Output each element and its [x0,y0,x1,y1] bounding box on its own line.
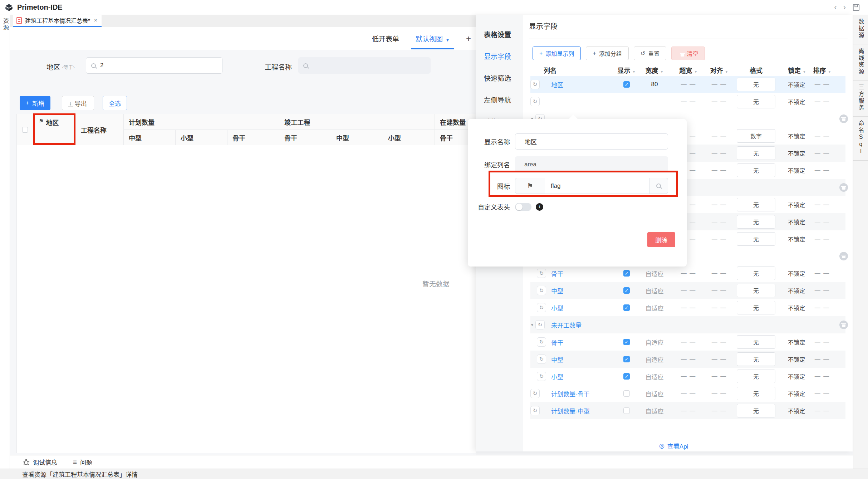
lock-value[interactable]: 不锁定 [779,149,810,157]
chevron-down-icon[interactable]: ▼ [694,70,698,74]
chevron-down-icon[interactable]: ▼ [828,70,832,74]
lock-value[interactable]: 不锁定 [779,406,810,415]
column-header-锁定[interactable]: 锁定▼ [779,65,810,75]
select-all-checkbox[interactable] [22,127,28,133]
lock-value[interactable]: 不锁定 [779,389,810,398]
resources-vertical-tab[interactable]: 资源 [0,18,10,31]
format-input[interactable]: 无 [737,95,775,108]
lock-value[interactable]: 不锁定 [779,286,810,295]
lock-value[interactable]: 不锁定 [779,217,810,226]
delete-button[interactable]: 删除 [647,232,675,247]
refresh-icon[interactable]: ↻ [537,286,546,295]
field-name-link[interactable]: 骨干 [551,339,563,346]
chevron-down-icon[interactable]: ▼ [725,70,729,74]
lock-value[interactable]: 不锁定 [779,97,810,106]
settings-nav-item-左侧导航[interactable]: 左侧导航 [476,95,523,104]
refresh-icon[interactable]: ↻ [530,389,540,398]
field-name-link[interactable]: 小型 [551,305,563,312]
custom-header-toggle[interactable] [515,203,531,211]
datasource-tab[interactable]: 数据源 [857,19,865,39]
chevron-down-icon[interactable]: ▼ [803,70,806,74]
icon-name-input[interactable]: flag [545,178,649,194]
column-header-对齐[interactable]: 对齐▼ [706,65,733,75]
visible-checkbox[interactable]: ✓ [623,373,630,380]
lock-value[interactable]: 不锁定 [779,372,810,381]
format-input[interactable]: 无 [737,232,775,246]
editor-tab[interactable]: 建筑工程基本情况汇总表* × [13,15,102,26]
sub-header-计划数量-中型[interactable]: 中型 [124,129,176,145]
area-search-input[interactable]: 2 [86,57,222,74]
column-header-超宽[interactable]: 超宽▼ [671,65,706,75]
group-header-计划数量[interactable]: 计划数量 [124,114,279,129]
field-name-link[interactable]: 小型 [551,374,563,381]
field-name-link[interactable]: 计划数量-骨干 [551,391,590,398]
refresh-icon[interactable]: ↻ [530,406,540,415]
info-icon[interactable]: i [536,203,543,211]
refresh-icon[interactable]: ↻ [537,303,546,312]
close-icon[interactable]: × [94,17,97,24]
named-sql-tab[interactable]: 命名Sql [857,120,865,155]
group-header-竣工工程[interactable]: 竣工工程 [279,114,435,129]
settings-nav-item-快速筛选[interactable]: 快速筛选 [476,73,523,83]
format-input[interactable]: 数字 [737,129,775,143]
area-column-header[interactable]: ⚑地区 [34,114,76,145]
debug-info-button[interactable]: 调试信息 [23,458,57,466]
tab-default-view[interactable]: 默认视图▼ [416,34,450,43]
lock-value[interactable]: 不锁定 [779,80,810,89]
column-header-宽度[interactable]: 宽度▼ [638,65,671,75]
add-button[interactable]: +新增 [20,96,50,110]
visible-checkbox[interactable]: ✓ [623,304,630,311]
refresh-icon[interactable]: ↻ [537,372,546,381]
field-name-link[interactable]: 中型 [551,288,563,295]
view-api-link[interactable]: ◎ 查看Api [659,441,688,450]
delete-field-icon[interactable] [839,183,848,192]
lock-value[interactable]: 不锁定 [779,132,810,140]
visible-checkbox[interactable]: ✓ [623,81,630,88]
column-header-格式[interactable]: 格式 [733,65,779,75]
visible-checkbox[interactable]: ✓ [623,270,630,277]
lock-value[interactable]: 不锁定 [779,355,810,363]
refresh-icon[interactable]: ↻ [530,97,540,106]
refresh-icon[interactable]: ↻ [535,320,545,329]
delete-field-icon[interactable] [839,252,848,260]
format-input[interactable]: 无 [737,267,775,280]
chevron-down-icon[interactable]: ▼ [660,70,664,74]
delete-field-icon[interactable] [839,321,848,329]
field-name-link[interactable]: 中型 [551,357,563,363]
third-party-services-tab[interactable]: 三方服务 [857,84,865,111]
select-all-button[interactable]: 全选 [103,96,127,110]
chevron-down-icon[interactable]: ▼ [632,70,636,74]
visible-checkbox[interactable]: ✓ [623,339,630,345]
format-input[interactable]: 无 [737,387,775,400]
add-group-button[interactable]: +添加分组 [586,47,628,60]
export-button[interactable]: ↓导出 [62,96,94,110]
format-input[interactable]: 无 [737,163,775,177]
lock-value[interactable]: 不锁定 [779,166,810,175]
sub-header-计划数量-小型[interactable]: 小型 [176,129,227,145]
save-icon[interactable] [852,4,860,11]
field-name-link[interactable]: 骨干 [551,271,563,278]
delete-field-icon[interactable] [839,114,848,123]
lock-value[interactable]: 不锁定 [779,303,810,312]
field-name-link[interactable]: 计划数量-中型 [551,408,590,415]
format-input[interactable]: 无 [737,215,775,229]
icon-search-button[interactable] [649,178,668,194]
problems-button[interactable]: ≡ 问题 [73,458,92,466]
offline-resources-tab[interactable]: 离线资源 [857,48,865,75]
format-input[interactable]: 无 [737,352,775,366]
area-filter-operator[interactable]: ‹等于› [62,63,75,70]
add-display-column-button[interactable]: +添加显示列 [533,47,581,60]
column-header-列名[interactable]: 列名 [530,65,616,75]
field-name-link[interactable]: 未开工数量 [551,322,582,329]
sub-header-计划数量-骨干[interactable]: 骨干 [227,129,279,145]
add-view-button[interactable]: + [466,34,472,44]
format-input[interactable]: 无 [737,198,775,211]
display-name-input[interactable]: 地区 [515,133,668,150]
settings-nav-item-显示字段[interactable]: 显示字段 [476,51,523,61]
project-column-header[interactable]: 工程名称 [76,114,124,145]
expand-caret-icon[interactable]: ▼ [530,323,535,327]
visible-checkbox[interactable] [623,390,630,397]
refresh-icon[interactable]: ↻ [537,269,546,278]
nav-forward-icon[interactable]: › [843,4,846,11]
visible-checkbox[interactable]: ✓ [623,287,630,294]
